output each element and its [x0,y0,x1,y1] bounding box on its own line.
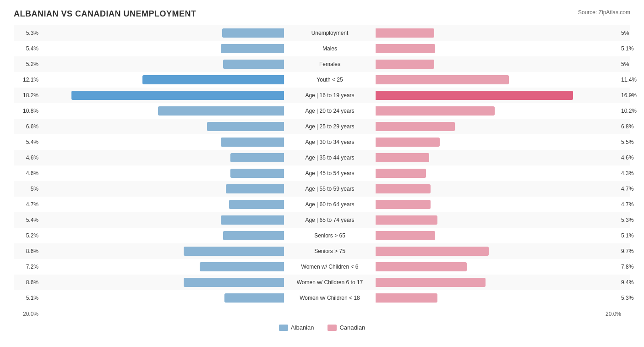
bar-canadian [376,215,437,225]
row-label: Age | 45 to 54 years [284,170,376,176]
right-value: 7.8% [618,264,644,270]
bar-albanian [142,75,284,84]
chart-body: 5.3% Unemployment 5% 5.4% Males 5.1% 5.2… [14,25,630,306]
left-bar-container [41,278,284,287]
legend-albanian: Albanian [279,324,314,331]
chart-row: 7.2% Women w/ Children < 6 7.8% [14,259,630,275]
bar-canadian [376,200,431,209]
right-bar-container [376,122,618,131]
row-label: Males [284,45,376,52]
left-bar-container [41,44,284,53]
left-bar-container [41,215,284,225]
canadian-label: Canadian [339,324,365,331]
right-bar-container [376,262,618,271]
left-value: 18.2% [14,92,41,99]
bar-canadian [376,91,573,100]
bar-canadian [376,153,429,162]
right-value: 4.7% [618,186,644,192]
bar-albanian [223,231,284,240]
bar-canadian [376,247,489,256]
right-value: 5% [618,30,644,36]
bar-canadian [376,28,434,38]
left-value: 12.1% [14,77,41,83]
bar-albanian [226,184,284,193]
bar-canadian [376,231,435,240]
right-bar-container [376,75,618,84]
left-value: 5.4% [14,217,41,223]
row-label: Women w/ Children < 18 [284,295,376,301]
row-label: Seniors > 65 [284,232,376,239]
right-bar-container [376,215,618,225]
row-label: Age | 25 to 29 years [284,123,376,130]
left-bar-container [41,200,284,209]
left-bar-container [41,231,284,240]
right-bar-container [376,184,618,193]
right-bar-container [376,153,618,162]
left-value: 5.1% [14,295,41,301]
right-value: 6.8% [618,123,644,130]
bar-canadian [376,169,426,178]
chart-row: 18.2% Age | 16 to 19 years 16.9% [14,88,630,103]
chart-row: 5% Age | 55 to 59 years 4.7% [14,181,630,197]
bar-canadian [376,262,467,271]
row-label: Age | 65 to 74 years [284,217,376,223]
bar-albanian [221,138,284,147]
bar-canadian [376,184,431,193]
left-bar-container [41,60,284,69]
row-label: Seniors > 75 [284,248,376,254]
right-value: 16.9% [618,92,644,99]
left-bar-container [41,262,284,271]
right-bar-container [376,200,618,209]
left-value: 6.6% [14,123,41,130]
left-value: 5.4% [14,139,41,145]
bar-canadian [376,44,435,53]
chart-row: 4.7% Age | 60 to 64 years 4.7% [14,197,630,212]
right-value: 5% [618,61,644,67]
left-bar-container [41,169,284,178]
chart-row: 5.4% Age | 30 to 34 years 5.5% [14,134,630,150]
chart-row: 5.2% Females 5% [14,56,630,72]
right-value: 10.2% [618,108,644,114]
chart-row: 5.2% Seniors > 65 5.1% [14,228,630,243]
right-bar-container [376,28,618,38]
chart-row: 8.6% Women w/ Children 6 to 17 9.4% [14,275,630,290]
chart-source: Source: ZipAtlas.com [578,9,630,16]
bar-albanian [230,153,284,162]
row-label: Age | 16 to 19 years [284,92,376,99]
right-value: 5.5% [618,139,644,145]
left-value: 4.6% [14,154,41,161]
bar-canadian [376,106,495,116]
bar-canadian [376,293,437,303]
bar-canadian [376,75,509,84]
row-label: Youth < 25 [284,77,376,83]
bar-canadian [376,138,440,147]
bar-canadian [376,60,434,69]
bar-albanian [221,44,284,53]
chart-row: 5.1% Women w/ Children < 18 5.3% [14,290,630,306]
legend-canadian: Canadian [327,324,365,331]
right-value: 4.7% [618,201,644,208]
left-bar-container [41,91,284,100]
chart-header: ALBANIAN VS CANADIAN UNEMPLOYMENT Source… [14,9,630,19]
right-bar-container [376,106,618,116]
chart-row: 5.3% Unemployment 5% [14,25,630,41]
left-value: 7.2% [14,264,41,270]
row-label: Age | 20 to 24 years [284,108,376,114]
bar-albanian [224,293,284,303]
left-value: 5.4% [14,45,41,52]
canadian-swatch [327,325,337,331]
axis-right-label: 20.0% [603,311,630,317]
right-bar-container [376,44,618,53]
axis-left-label: 20.0% [14,311,41,317]
left-value: 8.6% [14,248,41,254]
left-bar-container [41,75,284,84]
right-value: 9.7% [618,248,644,254]
bar-albanian [184,247,284,256]
chart-row: 10.8% Age | 20 to 24 years 10.2% [14,103,630,119]
row-label: Unemployment [284,30,376,36]
row-label: Women w/ Children < 6 [284,264,376,270]
bar-canadian [376,122,455,131]
chart-row: 4.6% Age | 35 to 44 years 4.6% [14,150,630,165]
left-value: 5.2% [14,232,41,239]
left-bar-container [41,138,284,147]
